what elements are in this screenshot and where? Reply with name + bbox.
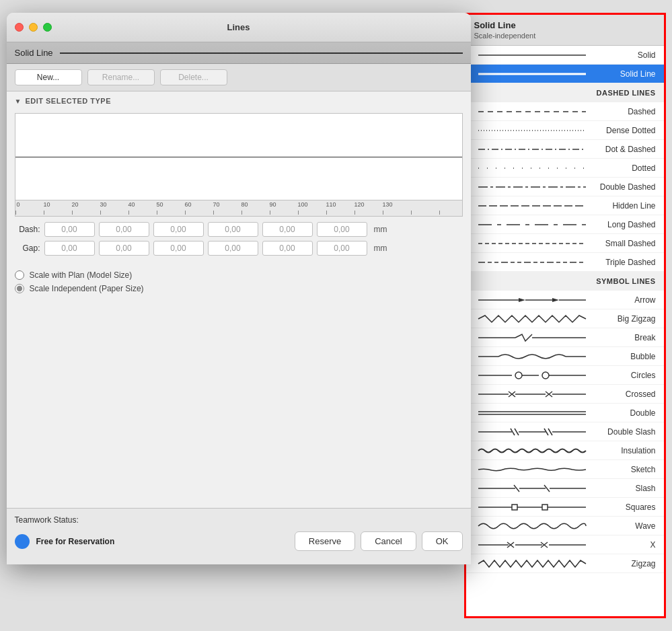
delete-button[interactable]: Delete... (160, 69, 227, 85)
list-item-crossed[interactable]: Crossed (466, 385, 664, 404)
list-item-x-line[interactable]: X (466, 535, 664, 554)
list-item-slash[interactable]: Slash (466, 479, 664, 498)
list-item-triple-dashed[interactable]: Triple Dashed (466, 253, 664, 272)
section-label-symbol-header: SYMBOL LINES (474, 277, 656, 285)
panel-header: Solid Line Scale-independent (466, 15, 664, 46)
minimize-button[interactable] (29, 23, 38, 32)
item-name-bubble: Bubble (595, 352, 656, 361)
list-item-long-dashed[interactable]: Long Dashed (466, 215, 664, 234)
status-dot (15, 534, 30, 549)
gap-input-4[interactable] (208, 241, 258, 256)
chevron-icon: ▼ (15, 98, 22, 105)
radio-scale-paper[interactable] (15, 284, 24, 293)
dash-label: Dash: (15, 225, 40, 234)
dash-input-6[interactable] (317, 222, 367, 237)
item-preview-insulation (474, 445, 590, 456)
line-preview-area (15, 113, 463, 200)
list-item-dense-dotted[interactable]: Dense Dotted (466, 121, 664, 140)
list-item-big-zigzag[interactable]: Big Zigzag (466, 309, 664, 328)
item-name-slash: Slash (595, 484, 656, 493)
list-item-dashed[interactable]: Dashed (466, 102, 664, 121)
item-name-arrow: Arrow (595, 295, 656, 305)
item-name-double: Double (595, 408, 656, 418)
gap-label: Gap: (15, 244, 40, 253)
item-name-hidden-line: Hidden Line (595, 201, 656, 211)
list-item-arrow[interactable]: Arrow (466, 291, 664, 309)
item-preview-wave (474, 521, 590, 531)
list-item-dotted[interactable]: Dotted (466, 159, 664, 178)
radio-scale-paper-label: Scale Independent (Paper Size) (30, 284, 144, 293)
list-item-solid-line[interactable]: Solid Line (466, 65, 664, 83)
list-item-squares[interactable]: Squares (466, 498, 664, 517)
item-preview-zigzag (474, 558, 590, 569)
item-name-dot-dashed: Dot & Dashed (595, 145, 656, 154)
edit-section-header: ▼ EDIT SELECTED TYPE (15, 97, 463, 105)
dash-input-2[interactable] (99, 222, 149, 237)
gap-input-6[interactable] (317, 241, 367, 256)
list-item-insulation[interactable]: Insulation (466, 441, 664, 460)
gap-input-3[interactable] (153, 241, 204, 256)
selected-line-row: Solid Line (7, 42, 471, 64)
right-panel: Solid Line Scale-independent Solid Solid… (464, 13, 666, 618)
dash-input-3[interactable] (153, 222, 204, 237)
list-item-sketch[interactable]: Sketch (466, 460, 664, 479)
close-button[interactable] (15, 23, 24, 32)
ruler-content: 0 10 20 30 40 50 60 70 80 90 100 110 120… (15, 200, 462, 215)
teamwork-label: Teamwork Status: (15, 515, 79, 525)
gap-param-row: Gap: mm (15, 241, 463, 256)
main-dialog: Lines Solid Line New... Rename... Delete… (7, 13, 471, 564)
item-name-wave: Wave (595, 521, 656, 531)
gap-input-2[interactable] (99, 241, 149, 256)
dash-input-1[interactable] (44, 222, 95, 237)
list-item-small-dashed[interactable]: Small Dashed (466, 234, 664, 253)
list-item-zigzag[interactable]: Zigzag (466, 554, 664, 573)
item-name-crossed: Crossed (595, 389, 656, 399)
rename-button[interactable]: Rename... (87, 69, 155, 85)
maximize-button[interactable] (43, 23, 52, 32)
list-item-wave[interactable]: Wave (466, 517, 664, 535)
list-item-bubble[interactable]: Bubble (466, 347, 664, 366)
reserve-button[interactable]: Reserve (295, 531, 355, 551)
svg-rect-49 (542, 505, 548, 510)
list-item-dot-dashed[interactable]: Dot & Dashed (466, 140, 664, 159)
cancel-button[interactable]: Cancel (361, 531, 416, 551)
list-item-solid[interactable]: Solid (466, 46, 664, 65)
footer-buttons: Reserve Cancel OK (295, 531, 463, 551)
item-preview-dotted (474, 163, 590, 174)
item-name-solid-line: Solid Line (595, 69, 656, 79)
item-name-long-dashed: Long Dashed (595, 220, 656, 229)
list-item-dashed-header[interactable]: DASHED LINES (466, 83, 664, 102)
title-bar: Lines (7, 13, 471, 42)
dash-unit: mm (374, 225, 387, 234)
dash-input-4[interactable] (208, 222, 258, 237)
list-item-double-dashed[interactable]: Double Dashed (466, 178, 664, 196)
radio-scale-plan-label: Scale with Plan (Model Size) (30, 270, 133, 280)
ok-button[interactable]: OK (422, 531, 463, 551)
item-preview-break (474, 332, 590, 343)
item-preview-small-dashed (474, 238, 590, 249)
list-item-double-slash[interactable]: Double Slash (466, 422, 664, 441)
item-preview-dot-dashed (474, 144, 590, 155)
item-preview-slash (474, 483, 590, 494)
edit-section: ▼ EDIT SELECTED TYPE (7, 91, 471, 113)
item-name-dense-dotted: Dense Dotted (595, 126, 656, 135)
window-title: Lines (227, 22, 250, 32)
dash-input-5[interactable] (262, 222, 313, 237)
list-item-circles[interactable]: Circles (466, 366, 664, 385)
section-label-dashed-header: DASHED LINES (474, 89, 656, 97)
panel-header-title: Solid Line (474, 20, 656, 30)
list-item-break[interactable]: Break (466, 328, 664, 347)
radio-scale-plan[interactable] (15, 270, 24, 280)
list-item-hidden-line[interactable]: Hidden Line (466, 196, 664, 215)
list-item-double[interactable]: Double (466, 404, 664, 422)
new-button[interactable]: New... (15, 69, 82, 85)
item-name-break: Break (595, 333, 656, 342)
radio-scale-paper-row: Scale Independent (Paper Size) (15, 284, 463, 293)
list-item-symbol-header[interactable]: SYMBOL LINES (466, 272, 664, 291)
gap-input-1[interactable] (44, 241, 95, 256)
item-name-double-slash: Double Slash (595, 427, 656, 437)
svg-point-23 (542, 372, 549, 379)
svg-point-21 (515, 372, 522, 379)
gap-input-5[interactable] (262, 241, 313, 256)
item-name-double-dashed: Double Dashed (595, 182, 656, 192)
